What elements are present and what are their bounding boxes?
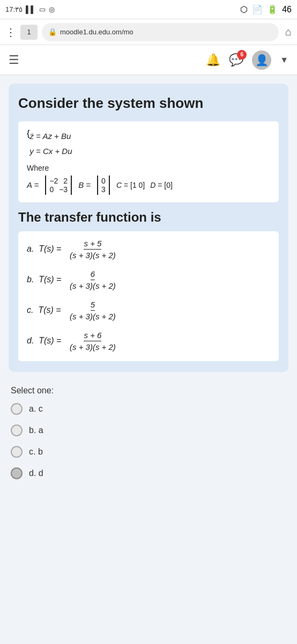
menu-button[interactable]: ☰ (9, 53, 19, 67)
chat-icon[interactable]: 💬 6 (229, 53, 243, 67)
equation-2: y = Cx + Du (29, 144, 72, 159)
radio-circle-cb[interactable] (11, 446, 23, 458)
option-c-denominator: (s + 3)(s + 2) (70, 311, 116, 321)
option-d-denominator: (s + 3)(s + 2) (70, 341, 116, 352)
option-c-fraction: 5 (s + 3)(s + 2) (70, 300, 116, 321)
status-bar: 17:٣٥ ▌▌ ▭ ◎ ⬡ 📄 🔋 46 (0, 0, 297, 19)
option-b-fraction: 6 (s + 3)(s + 2) (70, 269, 116, 290)
dropdown-chevron-icon[interactable]: ▼ (280, 55, 288, 65)
option-b: b. T(s) = 6 (s + 3)(s + 2) (27, 269, 270, 290)
avatar-icon: 👤 (255, 54, 269, 67)
matrix-b-label: B = (78, 180, 91, 189)
radio-option-dd[interactable]: d. d (11, 467, 286, 479)
option-d-label: d. T(s) = (27, 336, 70, 346)
radio-circle-dd[interactable] (11, 467, 23, 479)
top-nav: ☰ 🔔 💬 6 👤 ▼ (0, 45, 297, 75)
matrix-a-row1: −2 2 (49, 177, 68, 185)
radio-text-dd: d. d (29, 469, 43, 478)
status-left: 17:٣٥ ▌▌ ▭ ◎ (5, 5, 55, 13)
option-c-label: c. T(s) = (27, 305, 70, 315)
matrix-d-label: D = [0] (150, 181, 173, 189)
tab-number[interactable]: 1 (20, 25, 38, 40)
equation-1: ż = Az + Bu (29, 129, 72, 144)
option-a-label: a. T(s) = (27, 244, 70, 254)
radio-circle-ba[interactable] (11, 425, 23, 436)
avatar[interactable]: 👤 (252, 50, 271, 70)
system-box: { ż = Az + Bu y = Cx + Du Where A = −2 2 (18, 121, 279, 202)
option-a: a. T(s) = s + 5 (s + 3)(s + 2) (27, 239, 270, 260)
radio-text-ac: a. c (29, 404, 43, 414)
select-one-section: Select one: a. c b. a c. b d. d (9, 382, 288, 493)
matrix-a: −2 2 0 −3 (45, 175, 72, 195)
select-one-label: Select one: (11, 386, 286, 396)
radio-text-ba: b. a (29, 426, 43, 435)
signal-icon: ▌▌ (26, 5, 35, 13)
radio-option-ba[interactable]: b. a (11, 425, 286, 436)
option-a-denominator: (s + 3)(s + 2) (70, 250, 116, 260)
matrix-a-label: A = (27, 180, 39, 189)
time-display: 17:٣٥ (5, 5, 23, 13)
option-a-numerator: s + 5 (84, 239, 101, 250)
option-b-label: b. T(s) = (27, 275, 70, 284)
matrix-b-row2: 3 (101, 185, 106, 194)
radio-option-cb[interactable]: c. b (11, 446, 286, 458)
doc-icon: 📄 (252, 4, 263, 14)
matrix-a-row2: 0 −3 (49, 185, 68, 194)
question-card: Consider the system shown { ż = Az + Bu … (9, 84, 288, 372)
main-content: Consider the system shown { ż = Az + Bu … (0, 75, 297, 644)
option-b-numerator: 6 (91, 269, 95, 280)
notification-bell-icon[interactable]: 🔔 (206, 53, 220, 67)
option-d-fraction: s + 6 (s + 3)(s + 2) (70, 331, 116, 352)
tf-heading: The transfer function is (18, 210, 279, 225)
matrix-b: 0 3 (97, 175, 110, 195)
option-d: d. T(s) = s + 6 (s + 3)(s + 2) (27, 331, 270, 352)
cloud-icon: ⬡ (240, 4, 248, 14)
options-box: a. T(s) = s + 5 (s + 3)(s + 2) b. T(s) =… (18, 231, 279, 361)
browser-bar: ⋮ 1 🔒 moodle1.du.edu.om/mo ⌂ (0, 19, 297, 45)
url-text: moodle1.du.edu.om/mo (60, 28, 133, 36)
radio-circle-ac[interactable] (11, 403, 23, 415)
url-bar[interactable]: 🔒 moodle1.du.edu.om/mo (42, 23, 279, 41)
matrix-b-row1: 0 (101, 177, 106, 185)
option-c-numerator: 5 (91, 300, 95, 311)
battery-level: 46 (282, 5, 292, 14)
option-a-fraction: s + 5 (s + 3)(s + 2) (70, 239, 116, 260)
matrices-row: A = −2 2 0 −3 B = 0 (27, 175, 270, 195)
where-label: Where (27, 164, 270, 172)
radio-option-ac[interactable]: a. c (11, 403, 286, 415)
option-d-numerator: s + 6 (84, 331, 101, 341)
back-button[interactable]: ⋮ (5, 26, 16, 39)
question-title: Consider the system shown (18, 94, 279, 113)
lock-icon: 🔒 (48, 28, 57, 36)
matrix-c-label: C = [1 0] (116, 181, 145, 189)
circle-icon: ◎ (49, 5, 55, 13)
status-right: ⬡ 📄 🔋 46 (240, 4, 292, 14)
screen-icon: ▭ (39, 5, 46, 13)
radio-text-cb: c. b (29, 447, 43, 457)
home-icon[interactable]: ⌂ (285, 26, 292, 38)
option-b-denominator: (s + 3)(s + 2) (70, 280, 116, 290)
option-c: c. T(s) = 5 (s + 3)(s + 2) (27, 300, 270, 321)
battery-icon: 🔋 (267, 4, 278, 14)
chat-badge: 6 (237, 50, 247, 60)
